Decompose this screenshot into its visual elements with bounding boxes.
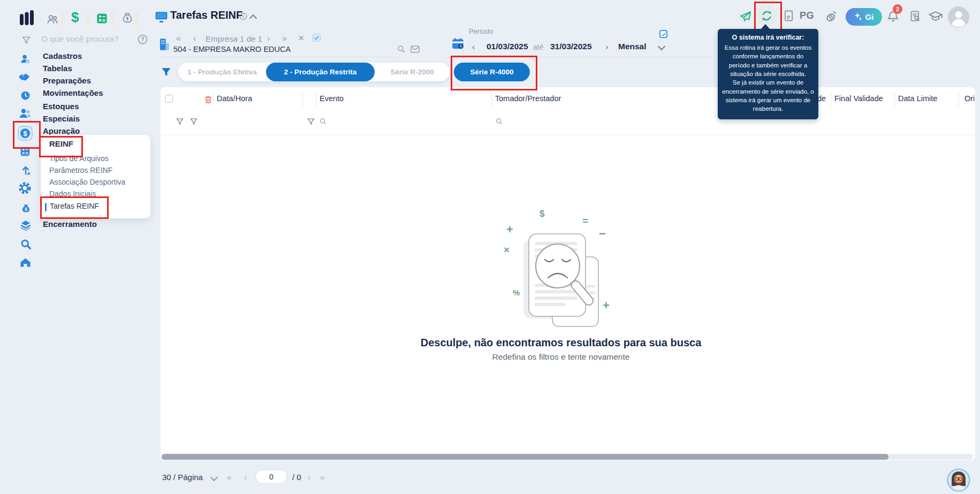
layers-icon[interactable] (19, 219, 32, 231)
calculator-rail-icon[interactable] (19, 146, 31, 157)
column-header-data-limite[interactable]: Data Limite (898, 94, 937, 103)
money-bag-module-icon[interactable] (121, 11, 134, 25)
search-rail-icon[interactable] (20, 238, 32, 250)
pagination-prev-button[interactable]: ‹ (244, 473, 247, 481)
column-divider (831, 93, 831, 107)
collapse-header-chevron-icon[interactable] (249, 14, 257, 22)
column-filter-funnel-icon[interactable] (307, 117, 315, 126)
page-number-input[interactable]: 0 (255, 469, 287, 484)
submenu-item-parametros-reinf[interactable]: Parâmetros REINF (49, 166, 112, 174)
home-icon[interactable] (19, 257, 32, 268)
money-bag-rail-icon[interactable]: $ (20, 202, 32, 215)
calculator-module-icon[interactable] (96, 12, 108, 25)
sidebar-item-estoques[interactable]: Estoques (43, 102, 79, 111)
column-header-final-validade[interactable]: Final Validade (834, 94, 883, 103)
sidebar-search-input[interactable]: O que você procura? (41, 34, 119, 44)
graduation-cap-icon[interactable] (928, 10, 943, 22)
column-header-data-hora[interactable]: Data/Hora (217, 94, 252, 103)
delete-trash-icon[interactable] (203, 94, 213, 105)
user-avatar[interactable] (948, 6, 969, 28)
sidebar-item-movimentacoes[interactable]: Movimentações (43, 88, 103, 97)
refresh-icon[interactable] (756, 5, 777, 26)
sidebar-item-tabelas[interactable]: Tabelas (43, 64, 72, 73)
column-header-origem-cut[interactable]: Ori (964, 94, 975, 103)
document-icon[interactable] (783, 9, 795, 22)
submenu-item-tarefas-reinf[interactable]: Tarefas REINF (50, 202, 99, 210)
column-header-tomador-prestador[interactable]: Tomador/Prestador (495, 94, 561, 103)
decor-dollar: $ (540, 209, 544, 219)
page-title: Tarefas REINF (170, 9, 242, 21)
pagination-last-button[interactable]: » (320, 473, 325, 481)
period-end-date[interactable]: 31/03/2025 (550, 42, 592, 51)
chat-support-avatar[interactable] (947, 468, 970, 492)
gi-assistant-button[interactable]: Gi (846, 8, 882, 26)
svg-text:$: $ (23, 130, 27, 138)
handshake-icon[interactable] (18, 71, 32, 81)
mail-icon[interactable] (410, 45, 420, 54)
cadastros-icon[interactable] (19, 53, 31, 65)
column-filter-funnel-icon[interactable] (189, 117, 198, 126)
dollar-module-icon[interactable]: $ (71, 9, 79, 26)
company-next-button[interactable]: › (267, 34, 270, 43)
sidebar-item-apuracao[interactable]: Apuração (43, 126, 80, 135)
column-filter-funnel-icon[interactable] (176, 117, 184, 126)
period-prev-button[interactable]: ‹ (472, 43, 475, 51)
horizontal-scrollbar-thumb[interactable] (162, 454, 888, 460)
clock-icon[interactable] (20, 90, 31, 101)
broom-icon[interactable] (824, 9, 839, 24)
decor-minus: − (599, 227, 606, 241)
filter-serie-r4000-button[interactable]: Série R-4000 (454, 63, 530, 81)
filter-serie-r2000-button[interactable]: Série R-2000 (375, 63, 450, 81)
company-last-button[interactable]: » (282, 34, 287, 43)
submenu-item-dados-iniciais[interactable]: Dados Iniciais (49, 189, 96, 198)
pagination-first-button[interactable]: « (227, 473, 232, 481)
company-prev-button[interactable]: ‹ (193, 34, 196, 43)
period-mode-select[interactable]: Mensal (618, 42, 647, 51)
submenu-title-reinf[interactable]: REINF (49, 139, 73, 148)
company-clear-button[interactable]: × (298, 32, 304, 44)
company-first-button[interactable]: « (176, 34, 181, 43)
column-header-evento[interactable]: Evento (320, 94, 344, 103)
svg-text:$: $ (25, 207, 27, 212)
especiais-people-icon[interactable] (19, 108, 32, 119)
people-module-icon[interactable] (46, 13, 59, 26)
period-next-button[interactable]: › (605, 43, 608, 51)
help-icon[interactable]: ? (137, 34, 148, 45)
period-mode-chevron-icon[interactable] (658, 43, 665, 50)
page-size-chevron-icon[interactable] (210, 474, 218, 481)
column-header-validade-cut[interactable]: de (817, 94, 826, 103)
period-label: Período (469, 27, 493, 35)
column-search-icon[interactable] (495, 117, 504, 126)
sidebar-item-preparacoes[interactable]: Preparações (43, 76, 91, 85)
filter-funnel-icon[interactable] (160, 66, 172, 78)
page-size-select[interactable]: 30 / Página (162, 473, 203, 482)
sidebar-item-especiais[interactable]: Especiais (43, 114, 80, 123)
pg-button[interactable]: PG (800, 10, 814, 21)
info-icon[interactable] (239, 12, 248, 21)
company-checkbox[interactable] (313, 34, 321, 42)
column-search-icon[interactable] (319, 117, 328, 126)
app-logo[interactable] (19, 10, 35, 25)
filter-button-group: 1 - Produção Efetiva 2 - Produção Restri… (178, 63, 450, 81)
filter-producao-restrita-button[interactable]: 2 - Produção Restrita (266, 63, 375, 81)
submenu-item-associacao-desportiva[interactable]: Associação Desportiva (49, 178, 125, 186)
sidebar-filter-icon[interactable] (21, 35, 31, 45)
pagination-next-button[interactable]: › (308, 473, 310, 481)
company-search-icon[interactable] (397, 44, 406, 54)
gear-icon[interactable] (18, 181, 32, 195)
sidebar-item-encerramento[interactable]: Encerramento (43, 219, 97, 229)
submenu-item-tipos-de-arquivos[interactable]: Tipos de Arquivos (49, 154, 109, 163)
send-paper-plane-icon[interactable] (739, 10, 752, 23)
period-checkbox[interactable] (659, 30, 667, 38)
empty-state-title: Desculpe, não encontramos resultados par… (347, 337, 775, 349)
topbar-separator (111, 12, 115, 26)
apuracao-dollar-icon[interactable]: $ (17, 125, 33, 141)
chart-up-icon[interactable] (20, 164, 32, 177)
document-search-icon[interactable] (909, 10, 922, 23)
period-start-date[interactable]: 01/03/2025 (487, 42, 528, 51)
select-all-checkbox[interactable] (165, 95, 173, 103)
filter-producao-efetiva-button[interactable]: 1 - Produção Efetiva (178, 63, 266, 81)
sidebar-item-cadastros[interactable]: Cadastros (43, 51, 82, 60)
monitor-icon (155, 11, 168, 23)
active-item-indicator (45, 203, 47, 211)
